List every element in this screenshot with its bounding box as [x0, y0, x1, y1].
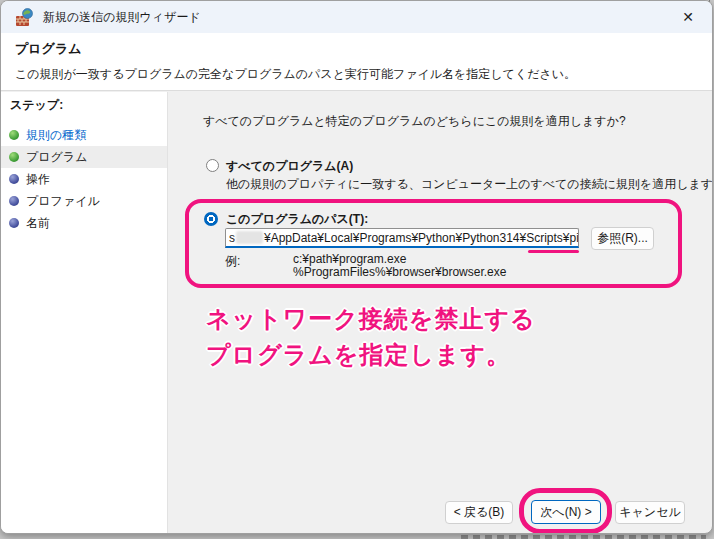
steps-title: ステップ: — [1, 92, 167, 114]
wizard-page-header: プログラム この規則が一致するプログラムの完全なプログラムのパスと実行可能ファイ… — [1, 33, 712, 91]
title-bar: 新規の送信の規則ウィザード ✕ — [1, 1, 712, 33]
annotation-text: ネットワーク接続を禁止する プログラムを指定します。 — [206, 301, 536, 373]
path-prefix: s — [229, 231, 235, 245]
question-text: すべてのプログラムと特定のプログラムのどちらにこの規則を適用しますか? — [203, 113, 626, 130]
program-path-radio[interactable] — [204, 212, 218, 226]
all-programs-radio[interactable] — [206, 159, 219, 172]
example-paths: c:¥path¥program.exe%ProgramFiles%¥browse… — [293, 253, 506, 279]
cancel-button[interactable]: キャンセル — [615, 501, 685, 524]
path-suffix: ¥AppData¥Local¥Programs¥Python¥Python314… — [264, 231, 579, 245]
step-upcoming-bullet-icon — [9, 174, 19, 184]
all-programs-label[interactable]: すべてのプログラム(A) — [226, 158, 353, 175]
annotation-line2: プログラムを指定します。 — [206, 337, 536, 373]
browse-button[interactable]: 参照(R)... — [591, 227, 654, 250]
sidebar-item-rule-type[interactable]: 規則の種類 — [1, 124, 167, 146]
annotation-underline — [528, 250, 579, 253]
page-title: プログラム — [15, 40, 698, 58]
firewall-icon — [15, 8, 34, 27]
wizard-dialog: 新規の送信の規則ウィザード ✕ プログラム この規則が一致するプログラムの完全な… — [0, 0, 713, 534]
close-icon[interactable]: ✕ — [672, 4, 704, 30]
all-programs-description: 他の規則のプロパティに一致する、コンピューター上のすべての接続に規則を適用します… — [226, 176, 713, 193]
step-upcoming-bullet-icon — [9, 218, 19, 228]
window-title: 新規の送信の規則ウィザード — [43, 9, 201, 26]
program-path-input[interactable]: s ¥AppData¥Local¥Programs¥Python¥Python3… — [225, 228, 579, 248]
example-label: 例: — [225, 253, 240, 270]
sidebar-item-name: 名前 — [1, 212, 167, 234]
annotation-line1: ネットワーク接続を禁止する — [206, 301, 536, 337]
sidebar-item-profile: プロファイル — [1, 190, 167, 212]
program-path-label[interactable]: このプログラムのパス(T): — [226, 211, 368, 228]
background-window-sliver-bottom — [461, 535, 706, 539]
steps-sidebar: ステップ: 規則の種類 プログラム 操作 プロファイル 名前 — [1, 92, 168, 533]
redacted-username — [236, 231, 263, 244]
step-upcoming-bullet-icon — [9, 196, 19, 206]
sidebar-item-action: 操作 — [1, 168, 167, 190]
steps-list: 規則の種類 プログラム 操作 プロファイル 名前 — [1, 124, 167, 234]
sidebar-item-program: プログラム — [1, 146, 167, 168]
back-button[interactable]: < 戻る(B) — [445, 501, 513, 524]
step-current-bullet-icon — [9, 152, 19, 162]
page-subtitle: この規則が一致するプログラムの完全なプログラムのパスと実行可能ファイル名を指定し… — [15, 66, 698, 83]
step-done-bullet-icon — [9, 130, 19, 140]
next-button[interactable]: 次へ(N) > — [531, 500, 601, 524]
